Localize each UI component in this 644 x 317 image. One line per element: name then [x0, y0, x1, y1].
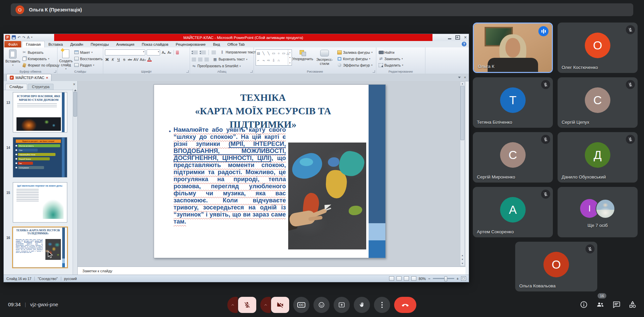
- undo-icon[interactable]: ↶: [17, 35, 21, 39]
- font-style-button[interactable]: S: [122, 57, 126, 62]
- grow-font-icon[interactable]: А▴: [161, 50, 166, 54]
- ribbon-tab-6[interactable]: Анимация: [112, 41, 138, 47]
- close-button[interactable]: ×: [464, 35, 467, 40]
- current-slide[interactable]: ТЕХНІКА «КАРТА МОЇХ РЕСУРСІВ ТА ПІДТРИМК…: [154, 84, 386, 258]
- editor-scrollbar[interactable]: ▲ ▲▼▼: [460, 82, 465, 266]
- redo-icon[interactable]: ↷: [22, 35, 25, 39]
- reset-button[interactable]: Восстановить: [74, 56, 103, 62]
- more-options-button[interactable]: [374, 297, 390, 313]
- zoom-in-icon[interactable]: +: [457, 277, 459, 281]
- align-text-button[interactable]: ▦Выровнять текст▾: [213, 56, 247, 62]
- document-tab-close-icon[interactable]: ×: [46, 76, 48, 80]
- ribbon-tab-7[interactable]: Показ слайдов: [138, 41, 172, 47]
- shape-glyph[interactable]: ⇩: [272, 58, 275, 62]
- shape-glyph[interactable]: ╲: [262, 51, 264, 55]
- meeting-info-button[interactable]: [579, 300, 589, 310]
- font-style-button[interactable]: abc: [128, 58, 132, 61]
- reactions-button[interactable]: [313, 297, 330, 313]
- font-name-combo[interactable]: [105, 49, 145, 55]
- align-left-icon[interactable]: [192, 58, 196, 61]
- activities-button[interactable]: [628, 300, 638, 310]
- ribbon-tab-10[interactable]: Office Tab: [224, 41, 248, 47]
- normal-view-icon[interactable]: [389, 276, 394, 281]
- zoom-out-icon[interactable]: −: [428, 277, 430, 281]
- find-button[interactable]: Найти: [379, 49, 403, 55]
- clear-formatting-icon[interactable]: [176, 50, 179, 54]
- minimize-button[interactable]: [448, 38, 451, 39]
- end-call-button[interactable]: [394, 297, 416, 313]
- camera-options-button[interactable]: [260, 297, 271, 313]
- shape-outline-button[interactable]: Контур фигуры▾: [337, 56, 373, 62]
- replace-button[interactable]: ⇄Заменить▾: [379, 56, 403, 62]
- new-slide-button[interactable]: Создать слайд▾: [59, 49, 73, 71]
- participant-tile[interactable]: Ольга К: [473, 23, 553, 73]
- minimize-ribbon-icon[interactable]: [456, 36, 459, 38]
- tab-list-dropdown-icon[interactable]: [458, 77, 461, 78]
- ribbon-tab-3[interactable]: Вставка: [45, 41, 67, 47]
- captions-button[interactable]: CC: [293, 297, 309, 313]
- participant-tile[interactable]: І Ще 7 осіб: [558, 187, 638, 237]
- mic-options-button[interactable]: [227, 297, 238, 313]
- quick-access-toolbar[interactable]: P ↶ ↷ A ▾: [5, 35, 32, 40]
- layout-button[interactable]: Макет▾: [74, 49, 103, 55]
- arrange-button[interactable]: Упорядочить: [292, 49, 313, 61]
- ribbon-tab-5[interactable]: Переходы: [87, 41, 112, 47]
- font-icon[interactable]: A: [27, 35, 29, 39]
- font-style-button[interactable]: А: [147, 57, 152, 62]
- paste-button[interactable]: Вставить▾: [5, 49, 21, 67]
- fit-to-window-icon[interactable]: [461, 276, 466, 281]
- font-style-button[interactable]: Ч: [116, 57, 121, 62]
- align-right-icon[interactable]: [204, 58, 209, 61]
- help-icon[interactable]: ?: [462, 42, 466, 46]
- shape-glyph[interactable]: ▤: [257, 51, 260, 55]
- slideshow-icon[interactable]: [411, 276, 416, 281]
- font-style-button[interactable]: К: [111, 57, 115, 62]
- shrink-font-icon[interactable]: А▾: [167, 50, 172, 54]
- shape-glyph[interactable]: ⌐: [258, 58, 260, 62]
- shapes-scroll[interactable]: ▴▾▾: [288, 50, 292, 65]
- participant-tile[interactable]: С Сергій Цепух: [558, 77, 638, 128]
- format-painter-button[interactable]: Формат по образцу: [22, 62, 60, 68]
- slide-thumbnail-15[interactable]: Ідеї маленьких перемог на кожен день:: [13, 182, 67, 223]
- save-icon[interactable]: [12, 35, 16, 39]
- bullets-icon[interactable]: [192, 51, 198, 54]
- shape-glyph[interactable]: ▭: [282, 51, 285, 55]
- qat-dropdown-icon[interactable]: ▾: [31, 35, 33, 39]
- slide-thumbnail-14[interactable]: Будьте в ресурсі – ви база і опора! Фізи…: [13, 137, 67, 177]
- align-center-icon[interactable]: [198, 58, 202, 61]
- slide-title[interactable]: ТЕХНІКА «КАРТА МОЇХ РЕСУРСІВ ТА ПІДТРИМК…: [167, 91, 358, 131]
- slide-thumbnail-13[interactable]: ІСТОРІЯ ПРО НАСІННЯ, ЯКЕ МРІЯЛО СТАТИ ДЕ…: [13, 92, 67, 132]
- present-button[interactable]: [334, 297, 350, 313]
- ribbon-tab-9[interactable]: Вид: [209, 41, 224, 47]
- participant-tile[interactable]: А Артем Сокоренко: [473, 187, 553, 237]
- pane-close-icon[interactable]: ×: [73, 83, 75, 86]
- font-style-button[interactable]: Аа: [140, 57, 146, 62]
- pane-scrollbar[interactable]: [73, 89, 77, 275]
- shape-glyph[interactable]: ⇨: [267, 58, 270, 62]
- cut-button[interactable]: ✂Вырезать: [22, 49, 60, 55]
- reading-view-icon[interactable]: [404, 276, 409, 281]
- shape-glyph[interactable]: ▭: [272, 51, 275, 55]
- participant-tile[interactable]: С Сергій Мироненко: [473, 132, 553, 183]
- tab-bar-close-icon[interactable]: ×: [464, 75, 466, 79]
- zoom-slider[interactable]: [433, 278, 454, 279]
- shape-glyph[interactable]: ○: [277, 51, 279, 55]
- ribbon-tab-4[interactable]: Дизайн: [67, 41, 87, 47]
- quick-styles-button[interactable]: Экспресс-стили: [313, 49, 336, 66]
- language-indicator[interactable]: русский: [64, 277, 77, 281]
- mic-button[interactable]: [238, 297, 256, 313]
- document-tab[interactable]: P МАЙСТЕР-КЛАС ×: [6, 74, 51, 81]
- participant-tile[interactable]: Т Тетяна Біліченко: [473, 77, 553, 128]
- floating-participant-tile[interactable]: О Ольга Ковальова: [515, 242, 597, 291]
- people-button[interactable]: [596, 300, 605, 310]
- shape-glyph[interactable]: ╲: [267, 51, 269, 55]
- participant-tile[interactable]: О Олег Костюченко: [558, 23, 638, 73]
- shape-glyph[interactable]: ¬: [263, 58, 265, 62]
- shape-effects-button[interactable]: Эффекты фигур▾: [337, 62, 373, 68]
- font-style-button[interactable]: Ж: [105, 57, 109, 62]
- participant-tile[interactable]: Д Данило Обуховський: [558, 132, 638, 183]
- ribbon-tab-8[interactable]: Рецензирование: [172, 41, 210, 47]
- slide-thumbnail-16[interactable]: ТЕХНІКА «КАРТА МОЇХ РЕСУРСІВ ТА ПІДТРИМК…: [13, 227, 67, 268]
- font-style-button[interactable]: АV: [134, 57, 139, 62]
- raise-hand-button[interactable]: [354, 297, 370, 313]
